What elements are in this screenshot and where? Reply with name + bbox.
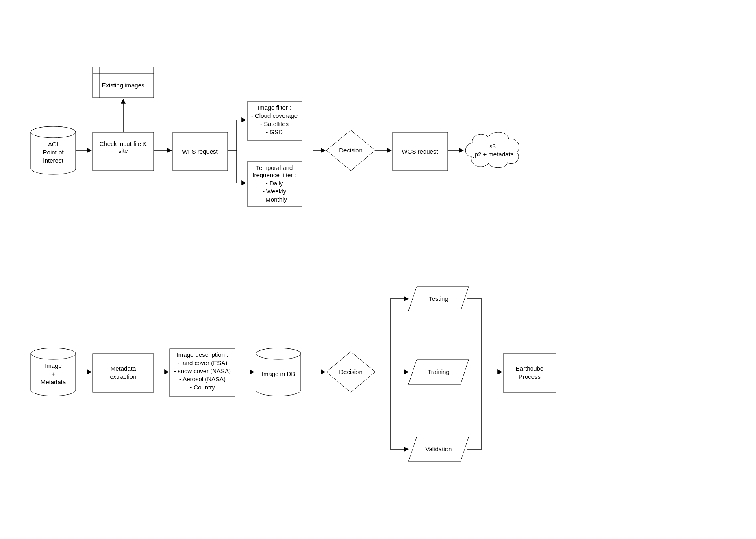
- image-filter-i1: - Cloud coverage: [251, 112, 298, 119]
- wcs-request-label: WCS request: [402, 148, 438, 155]
- temporal-filter-box: Temporal and frequence filter : - Daily …: [247, 162, 302, 206]
- temporal-filter-title: Temporal and: [256, 164, 293, 171]
- svg-point-12: [31, 348, 76, 359]
- decision-1-diamond: Decision: [326, 130, 375, 171]
- s3-line1: s3: [489, 143, 496, 150]
- testing-box: Testing: [408, 287, 469, 311]
- image-filter-title: Image filter :: [258, 104, 291, 111]
- aoi-line2: Point of: [43, 149, 64, 156]
- wcs-request-box: WCS request: [393, 132, 448, 171]
- image-line3: Metadata: [41, 378, 66, 385]
- check-input-box: Check input file & site: [93, 132, 154, 171]
- image-line2: +: [52, 370, 55, 377]
- wfs-request-label: WFS request: [182, 148, 218, 155]
- temporal-filter-i2: - Weekly: [263, 188, 287, 195]
- metadata-line1: Metadata: [111, 365, 136, 372]
- existing-images-box: Existing images: [93, 67, 154, 98]
- existing-images-label: Existing images: [102, 82, 144, 89]
- desc-i4: - Country: [190, 384, 215, 391]
- image-filter-i2: - Satellites: [260, 120, 289, 127]
- aoi-cylinder: AOI Point of interest: [31, 126, 76, 174]
- image-description-box: Image description : - land cover (ESA) -…: [170, 349, 235, 397]
- earthcube-line2: Process: [519, 373, 541, 380]
- desc-title: Image description :: [177, 351, 228, 358]
- image-metadata-cylinder: Image + Metadata: [31, 348, 76, 396]
- aoi-line3: interest: [43, 157, 63, 164]
- earthcube-line1: Earthcube: [516, 365, 543, 372]
- temporal-filter-subtitle: frequence filter :: [252, 172, 296, 178]
- image-in-db-label: Image in DB: [262, 370, 295, 377]
- testing-label: Testing: [429, 295, 448, 302]
- metadata-extraction-box: Metadata extraction: [93, 354, 154, 392]
- earthcube-box: Earthcube Process: [503, 354, 556, 392]
- image-line1: Image: [45, 362, 62, 369]
- image-filter-i3: - GSD: [266, 128, 283, 135]
- validation-label: Validation: [426, 446, 452, 452]
- image-filter-box: Image filter : - Cloud coverage - Satell…: [247, 102, 302, 140]
- temporal-filter-i1: - Daily: [266, 180, 283, 187]
- training-box: Training: [408, 360, 469, 384]
- aoi-line1: AOI: [48, 141, 59, 148]
- decision-1-label: Decision: [339, 147, 363, 154]
- metadata-line2: extraction: [110, 373, 136, 380]
- desc-i1: - land cover (ESA): [178, 359, 228, 366]
- s3-cloud: s3 .jp2 + metadata: [465, 132, 519, 168]
- wfs-request-box: WFS request: [173, 132, 228, 171]
- svg-point-16: [256, 348, 301, 359]
- svg-point-1: [31, 126, 76, 138]
- desc-i3: - Aerosol (NASA): [179, 376, 226, 383]
- decision-2-diamond: Decision: [326, 352, 375, 392]
- temporal-filter-i3: - Monthly: [262, 196, 287, 203]
- decision-2-label: Decision: [339, 368, 363, 375]
- training-label: Training: [428, 368, 450, 375]
- check-input-label: Check input file & site: [95, 140, 152, 154]
- s3-line2: .jp2 + metadata: [471, 151, 514, 158]
- desc-i2: - snow cover (NASA): [174, 367, 231, 374]
- validation-box: Validation: [408, 437, 469, 461]
- image-in-db-cylinder: Image in DB: [256, 348, 301, 396]
